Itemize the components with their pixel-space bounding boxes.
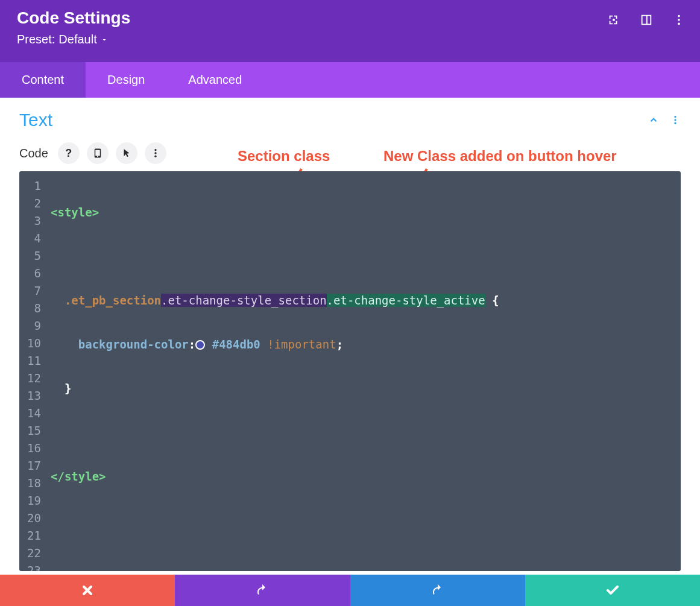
preset-value: Default [58, 33, 96, 46]
tab-advanced[interactable]: Advanced [166, 62, 263, 98]
svg-point-0 [613, 19, 615, 21]
collapse-icon[interactable] [648, 115, 659, 125]
more-options-icon[interactable] [672, 13, 686, 27]
check-icon [605, 583, 620, 598]
undo-button[interactable] [175, 575, 350, 606]
modal-title: Code Settings [17, 8, 683, 28]
svg-point-4 [674, 116, 676, 118]
cancel-button[interactable] [0, 575, 175, 606]
line-gutter: 1234567891011121314151617181920212223 [19, 171, 46, 571]
svg-point-8 [154, 152, 156, 154]
modal-footer [0, 575, 700, 606]
redo-button[interactable] [350, 575, 525, 606]
fullscreen-icon[interactable] [607, 13, 620, 27]
svg-point-5 [674, 119, 676, 121]
text-section: Text Code ? [0, 98, 700, 164]
caret-down-icon [101, 36, 108, 43]
tab-content[interactable]: Content [0, 62, 86, 98]
split-view-icon[interactable] [640, 13, 653, 27]
mobile-icon[interactable] [87, 142, 109, 164]
svg-point-9 [154, 156, 156, 157]
modal-header: Code Settings Preset: Default [0, 0, 700, 62]
code-option-label: Code [19, 147, 48, 160]
code-more-icon[interactable] [145, 142, 166, 164]
tabs: Content Design Advanced [0, 62, 700, 98]
hover-cursor-icon[interactable] [116, 142, 137, 164]
preset-dropdown[interactable]: Preset: Default [17, 33, 683, 46]
svg-point-6 [674, 122, 676, 124]
close-icon [80, 583, 95, 598]
svg-point-2 [678, 19, 680, 21]
save-button[interactable] [525, 575, 700, 606]
preset-prefix: Preset: [17, 33, 55, 46]
redo-icon [430, 583, 445, 598]
section-more-icon[interactable] [670, 115, 681, 125]
svg-point-1 [678, 15, 680, 17]
help-button[interactable]: ? [58, 142, 80, 164]
svg-point-7 [154, 149, 156, 151]
svg-point-3 [678, 23, 680, 25]
section-title: Text [19, 110, 52, 130]
undo-icon [255, 583, 270, 598]
code-content[interactable]: <style> .et_pb_section.et-change-style_s… [46, 171, 681, 571]
tab-design[interactable]: Design [86, 62, 166, 98]
code-editor[interactable]: 1234567891011121314151617181920212223 <s… [19, 171, 681, 571]
